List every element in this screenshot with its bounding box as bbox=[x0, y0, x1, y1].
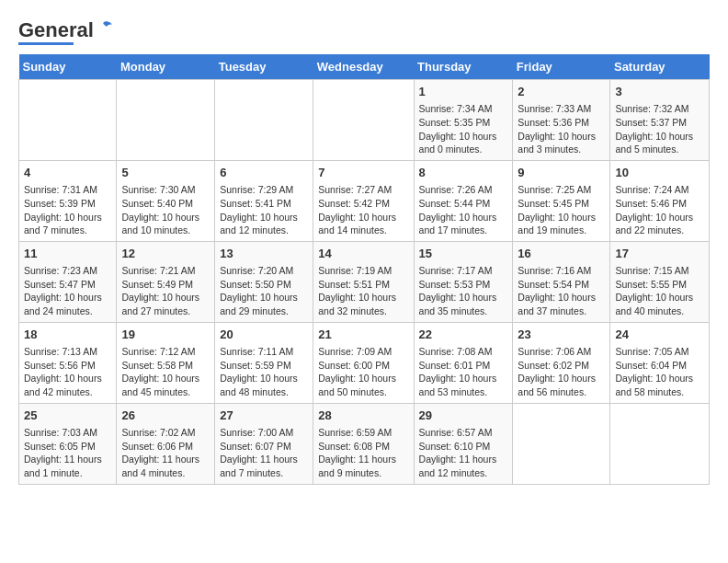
day-info: Sunrise: 7:27 AM Sunset: 5:42 PM Dayligh… bbox=[318, 183, 408, 237]
calendar-week-5: 25Sunrise: 7:03 AM Sunset: 6:05 PM Dayli… bbox=[19, 403, 710, 484]
day-number: 3 bbox=[615, 84, 704, 100]
day-info: Sunrise: 7:08 AM Sunset: 6:01 PM Dayligh… bbox=[419, 345, 508, 399]
day-info: Sunrise: 7:11 AM Sunset: 5:59 PM Dayligh… bbox=[220, 345, 308, 399]
day-info: Sunrise: 7:02 AM Sunset: 6:06 PM Dayligh… bbox=[121, 426, 210, 480]
day-info: Sunrise: 7:32 AM Sunset: 5:37 PM Dayligh… bbox=[615, 102, 704, 156]
calendar-week-3: 11Sunrise: 7:23 AM Sunset: 5:47 PM Dayli… bbox=[19, 241, 710, 322]
day-number: 13 bbox=[220, 246, 308, 262]
day-number: 24 bbox=[615, 327, 704, 343]
day-info: Sunrise: 7:06 AM Sunset: 6:02 PM Dayligh… bbox=[518, 345, 605, 399]
day-info: Sunrise: 7:21 AM Sunset: 5:49 PM Dayligh… bbox=[121, 264, 210, 318]
calendar-cell: 16Sunrise: 7:16 AM Sunset: 5:54 PM Dayli… bbox=[513, 241, 610, 322]
day-number: 5 bbox=[121, 165, 210, 181]
header: General bbox=[18, 18, 710, 45]
calendar-cell: 3Sunrise: 7:32 AM Sunset: 5:37 PM Daylig… bbox=[610, 80, 710, 161]
day-info: Sunrise: 6:59 AM Sunset: 6:08 PM Dayligh… bbox=[318, 426, 408, 480]
day-info: Sunrise: 7:30 AM Sunset: 5:40 PM Dayligh… bbox=[121, 183, 210, 237]
calendar-cell bbox=[513, 403, 610, 484]
day-number: 7 bbox=[318, 165, 408, 181]
calendar-cell: 27Sunrise: 7:00 AM Sunset: 6:07 PM Dayli… bbox=[215, 403, 313, 484]
day-info: Sunrise: 7:31 AM Sunset: 5:39 PM Dayligh… bbox=[24, 183, 111, 237]
calendar-cell: 24Sunrise: 7:05 AM Sunset: 6:04 PM Dayli… bbox=[610, 322, 710, 403]
calendar-cell: 10Sunrise: 7:24 AM Sunset: 5:46 PM Dayli… bbox=[610, 160, 710, 241]
day-info: Sunrise: 7:20 AM Sunset: 5:50 PM Dayligh… bbox=[220, 264, 308, 318]
calendar-cell: 23Sunrise: 7:06 AM Sunset: 6:02 PM Dayli… bbox=[513, 322, 610, 403]
calendar-cell: 1Sunrise: 7:34 AM Sunset: 5:35 PM Daylig… bbox=[414, 80, 513, 161]
day-number: 26 bbox=[121, 408, 210, 424]
day-number: 22 bbox=[419, 327, 508, 343]
day-number: 6 bbox=[220, 165, 308, 181]
day-info: Sunrise: 7:12 AM Sunset: 5:58 PM Dayligh… bbox=[121, 345, 210, 399]
calendar-cell: 29Sunrise: 6:57 AM Sunset: 6:10 PM Dayli… bbox=[414, 403, 513, 484]
day-number: 16 bbox=[518, 246, 605, 262]
day-info: Sunrise: 7:26 AM Sunset: 5:44 PM Dayligh… bbox=[419, 183, 508, 237]
weekday-header-wednesday: Wednesday bbox=[313, 54, 414, 80]
calendar-cell bbox=[117, 80, 215, 161]
logo-divider bbox=[18, 42, 74, 45]
calendar-cell bbox=[610, 403, 710, 484]
day-info: Sunrise: 7:05 AM Sunset: 6:04 PM Dayligh… bbox=[615, 345, 704, 399]
calendar-week-1: 1Sunrise: 7:34 AM Sunset: 5:35 PM Daylig… bbox=[19, 80, 710, 161]
calendar-cell: 17Sunrise: 7:15 AM Sunset: 5:55 PM Dayli… bbox=[610, 241, 710, 322]
day-number: 28 bbox=[318, 408, 408, 424]
calendar-cell: 4Sunrise: 7:31 AM Sunset: 5:39 PM Daylig… bbox=[19, 160, 117, 241]
weekday-row: SundayMondayTuesdayWednesdayThursdayFrid… bbox=[19, 54, 710, 80]
day-info: Sunrise: 7:00 AM Sunset: 6:07 PM Dayligh… bbox=[220, 426, 308, 480]
day-info: Sunrise: 7:19 AM Sunset: 5:51 PM Dayligh… bbox=[318, 264, 408, 318]
calendar-cell: 11Sunrise: 7:23 AM Sunset: 5:47 PM Dayli… bbox=[19, 241, 117, 322]
logo-general: General bbox=[18, 18, 94, 42]
weekday-header-tuesday: Tuesday bbox=[215, 54, 313, 80]
calendar-cell: 26Sunrise: 7:02 AM Sunset: 6:06 PM Dayli… bbox=[117, 403, 215, 484]
logo: General bbox=[18, 18, 113, 45]
day-number: 19 bbox=[121, 327, 210, 343]
calendar-cell: 18Sunrise: 7:13 AM Sunset: 5:56 PM Dayli… bbox=[19, 322, 117, 403]
calendar-cell: 19Sunrise: 7:12 AM Sunset: 5:58 PM Dayli… bbox=[117, 322, 215, 403]
calendar-cell bbox=[313, 80, 414, 161]
calendar-week-2: 4Sunrise: 7:31 AM Sunset: 5:39 PM Daylig… bbox=[19, 160, 710, 241]
calendar-cell: 9Sunrise: 7:25 AM Sunset: 5:45 PM Daylig… bbox=[513, 160, 610, 241]
day-number: 15 bbox=[419, 246, 508, 262]
day-info: Sunrise: 7:29 AM Sunset: 5:41 PM Dayligh… bbox=[220, 183, 308, 237]
day-number: 29 bbox=[419, 408, 508, 424]
weekday-header-thursday: Thursday bbox=[414, 54, 513, 80]
calendar-cell bbox=[215, 80, 313, 161]
calendar-cell: 14Sunrise: 7:19 AM Sunset: 5:51 PM Dayli… bbox=[313, 241, 414, 322]
calendar-cell: 21Sunrise: 7:09 AM Sunset: 6:00 PM Dayli… bbox=[313, 322, 414, 403]
calendar-cell: 28Sunrise: 6:59 AM Sunset: 6:08 PM Dayli… bbox=[313, 403, 414, 484]
day-info: Sunrise: 7:09 AM Sunset: 6:00 PM Dayligh… bbox=[318, 345, 408, 399]
day-info: Sunrise: 7:33 AM Sunset: 5:36 PM Dayligh… bbox=[518, 102, 605, 156]
calendar-cell bbox=[19, 80, 117, 161]
weekday-header-friday: Friday bbox=[513, 54, 610, 80]
day-number: 25 bbox=[24, 408, 111, 424]
day-number: 10 bbox=[615, 165, 704, 181]
logo-bird-icon bbox=[95, 20, 113, 37]
calendar-cell: 5Sunrise: 7:30 AM Sunset: 5:40 PM Daylig… bbox=[117, 160, 215, 241]
day-number: 20 bbox=[220, 327, 308, 343]
calendar-cell: 13Sunrise: 7:20 AM Sunset: 5:50 PM Dayli… bbox=[215, 241, 313, 322]
day-number: 12 bbox=[121, 246, 210, 262]
day-info: Sunrise: 6:57 AM Sunset: 6:10 PM Dayligh… bbox=[419, 426, 508, 480]
calendar-cell: 8Sunrise: 7:26 AM Sunset: 5:44 PM Daylig… bbox=[414, 160, 513, 241]
weekday-header-saturday: Saturday bbox=[610, 54, 710, 80]
day-number: 18 bbox=[24, 327, 111, 343]
weekday-header-sunday: Sunday bbox=[19, 54, 117, 80]
day-number: 8 bbox=[419, 165, 508, 181]
day-info: Sunrise: 7:13 AM Sunset: 5:56 PM Dayligh… bbox=[24, 345, 111, 399]
day-number: 11 bbox=[24, 246, 111, 262]
calendar-header: SundayMondayTuesdayWednesdayThursdayFrid… bbox=[19, 54, 710, 80]
weekday-header-monday: Monday bbox=[117, 54, 215, 80]
calendar-cell: 15Sunrise: 7:17 AM Sunset: 5:53 PM Dayli… bbox=[414, 241, 513, 322]
calendar-cell: 22Sunrise: 7:08 AM Sunset: 6:01 PM Dayli… bbox=[414, 322, 513, 403]
day-number: 1 bbox=[419, 84, 508, 100]
day-info: Sunrise: 7:16 AM Sunset: 5:54 PM Dayligh… bbox=[518, 264, 605, 318]
calendar-cell: 20Sunrise: 7:11 AM Sunset: 5:59 PM Dayli… bbox=[215, 322, 313, 403]
day-number: 9 bbox=[518, 165, 605, 181]
day-number: 2 bbox=[518, 84, 605, 100]
day-info: Sunrise: 7:15 AM Sunset: 5:55 PM Dayligh… bbox=[615, 264, 704, 318]
calendar-table: SundayMondayTuesdayWednesdayThursdayFrid… bbox=[18, 54, 710, 485]
day-info: Sunrise: 7:34 AM Sunset: 5:35 PM Dayligh… bbox=[419, 102, 508, 156]
calendar-body: 1Sunrise: 7:34 AM Sunset: 5:35 PM Daylig… bbox=[19, 80, 710, 485]
calendar-cell: 6Sunrise: 7:29 AM Sunset: 5:41 PM Daylig… bbox=[215, 160, 313, 241]
day-number: 21 bbox=[318, 327, 408, 343]
day-info: Sunrise: 7:23 AM Sunset: 5:47 PM Dayligh… bbox=[24, 264, 111, 318]
